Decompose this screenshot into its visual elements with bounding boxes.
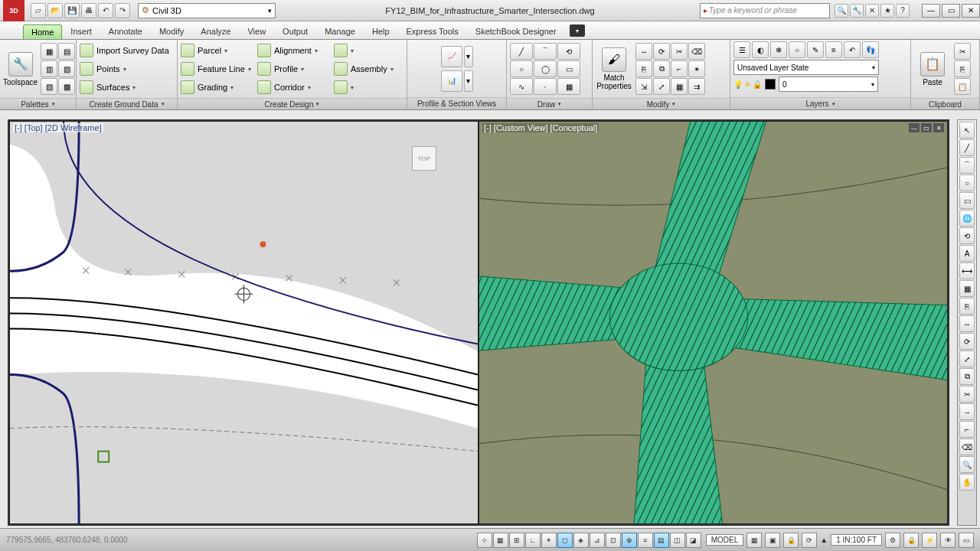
tool-scale-icon[interactable]: ⤢ xyxy=(959,350,975,367)
lwt-button[interactable]: ≡ xyxy=(638,533,653,548)
qp-button[interactable]: ◫ xyxy=(670,533,685,548)
quickview-drawings-icon[interactable]: ▣ xyxy=(765,533,780,548)
viewcube-face[interactable]: TOP xyxy=(412,146,436,171)
panel-modify-title[interactable]: Modify xyxy=(593,98,730,109)
assembly-button[interactable]: Assembly▾ xyxy=(332,60,401,78)
move-button[interactable]: ↔ xyxy=(635,43,652,60)
tool-erase-icon[interactable]: ⌫ xyxy=(959,439,975,455)
toolbar-lock-icon[interactable]: 🔒 xyxy=(903,533,919,548)
mirror-button[interactable]: ⧉ xyxy=(653,60,670,77)
search-input[interactable]: Type a keyword or phrase xyxy=(700,3,830,18)
line-button[interactable]: ╱ xyxy=(510,43,533,60)
alignment-button[interactable]: Alignment▾ xyxy=(256,41,332,60)
qat-print-icon[interactable]: 🖶 xyxy=(81,3,96,18)
layer-make-button[interactable]: ✎ xyxy=(807,41,824,58)
quickview-layouts-icon[interactable]: ▦ xyxy=(746,533,762,548)
layer-match-button[interactable]: ≡ xyxy=(825,41,842,58)
tool-trim-icon[interactable]: ✂ xyxy=(959,386,975,403)
layer-prev-button[interactable]: ↶ xyxy=(844,41,861,58)
qat-new-icon[interactable]: ▱ xyxy=(31,3,46,18)
tool-globe-icon[interactable]: 🌐 xyxy=(959,210,975,227)
tab-sketchbook[interactable]: SketchBook Designer xyxy=(467,24,565,39)
viewport-2d-label[interactable]: [-] [Top] [2D Wireframe] xyxy=(13,123,103,132)
intersection-button[interactable]: ▾ xyxy=(332,41,401,60)
explode-button[interactable]: ✴ xyxy=(688,60,705,77)
maximize-button[interactable]: ▭ xyxy=(942,4,960,18)
toolspace-button[interactable]: 🔧 Toolspace xyxy=(2,41,39,96)
profile-view-button[interactable]: 📈 xyxy=(441,46,462,67)
hatch-button[interactable]: ▦ xyxy=(557,78,580,95)
vp-max-icon[interactable]: ▭ xyxy=(921,123,932,132)
points-button[interactable]: Points▾ xyxy=(78,60,175,78)
tool-mirror-icon[interactable]: ⧉ xyxy=(959,368,975,385)
osnap-button[interactable]: ◻ xyxy=(557,533,573,548)
workspace-switch-icon[interactable]: ⚙ xyxy=(885,533,900,548)
tool-polyline-icon[interactable]: ⟲ xyxy=(959,227,975,244)
tool-arc-icon[interactable]: ⌒ xyxy=(959,157,975,174)
palette-btn-1[interactable]: ▦ xyxy=(41,43,57,60)
fillet-button[interactable]: ⌐ xyxy=(671,60,688,77)
pipenetwork-button[interactable]: ▾ xyxy=(332,78,401,96)
tool-pan-icon[interactable]: ✋ xyxy=(959,474,975,491)
viewport-3d[interactable]: [-] [Custom View] [Conceptual] — ▭ ✕ xyxy=(479,121,948,524)
offset-button[interactable]: ⇉ xyxy=(688,78,705,95)
point-button[interactable]: · xyxy=(534,78,557,95)
panel-draw-title[interactable]: Draw xyxy=(507,98,592,109)
panel-palettes-title[interactable]: Palettes xyxy=(0,98,76,109)
vp-min-icon[interactable]: — xyxy=(909,123,920,132)
layer-props-button[interactable]: ☰ xyxy=(733,41,750,58)
exchange-icon[interactable]: ✕ xyxy=(865,4,879,18)
rect-button[interactable]: ▭ xyxy=(557,60,580,77)
tool-fillet-icon[interactable]: ⌐ xyxy=(959,421,975,438)
ortho-button[interactable]: ∟ xyxy=(525,533,541,548)
layer-combo[interactable]: 0 xyxy=(779,77,878,92)
surfaces-button[interactable]: Surfaces▾ xyxy=(78,78,175,96)
tab-modify[interactable]: Modify xyxy=(151,24,192,39)
tool-dim-icon[interactable]: ⟷ xyxy=(959,262,975,279)
panel-ground-title[interactable]: Create Ground Data xyxy=(77,98,177,109)
copy-clip-button[interactable]: ⎘ xyxy=(954,60,971,77)
snap-button[interactable]: ▦ xyxy=(493,533,508,548)
panel-layers-title[interactable]: Layers xyxy=(730,97,910,109)
tool-move-icon[interactable]: ↔ xyxy=(959,315,975,332)
layer-walk-button[interactable]: 👣 xyxy=(862,41,879,58)
trim-button[interactable]: ✂ xyxy=(671,43,688,60)
erase-button[interactable]: ⌫ xyxy=(688,43,705,60)
tab-express[interactable]: Express Tools xyxy=(398,24,467,39)
qat-undo-icon[interactable]: ↶ xyxy=(98,3,113,18)
annoscale-lock-icon[interactable]: 🔒 xyxy=(783,533,799,548)
corridor-button[interactable]: Corridor▾ xyxy=(256,78,332,96)
tool-rotate-icon[interactable]: ⟳ xyxy=(959,333,975,350)
minimize-button[interactable]: — xyxy=(922,4,940,18)
tool-rect-icon[interactable]: ▭ xyxy=(959,192,975,209)
palette-btn-2[interactable]: ▤ xyxy=(58,43,75,60)
app-icon[interactable]: 3D xyxy=(3,0,24,21)
profile-button[interactable]: Profile▾ xyxy=(256,60,332,78)
tool-line-icon[interactable]: ╱ xyxy=(959,139,975,156)
paste-special-button[interactable]: 📋 xyxy=(954,78,971,95)
ellipse-button[interactable]: ◯ xyxy=(534,60,557,77)
tab-manage[interactable]: Manage xyxy=(316,24,364,39)
tab-home[interactable]: Home xyxy=(23,24,62,39)
tab-annotate[interactable]: Annotate xyxy=(100,24,151,39)
grid-button[interactable]: ⊞ xyxy=(509,533,524,548)
polar-button[interactable]: ✴ xyxy=(541,533,557,548)
parcel-button[interactable]: Parcel▾ xyxy=(179,41,256,60)
scale-triangle-icon[interactable]: ▲ xyxy=(820,536,828,544)
qat-open-icon[interactable]: 📂 xyxy=(47,3,63,18)
model-space-button[interactable]: MODEL xyxy=(706,534,744,546)
panel-design-title[interactable]: Create Design xyxy=(178,98,407,109)
close-button[interactable]: ✕ xyxy=(962,4,980,18)
tool-circle-icon[interactable]: ○ xyxy=(959,174,975,191)
tool-hatch-icon[interactable]: ▦ xyxy=(959,280,975,297)
tab-output[interactable]: Output xyxy=(274,24,316,39)
rotate-button[interactable]: ⟳ xyxy=(653,43,670,60)
dyn-button[interactable]: ⊕ xyxy=(622,533,637,548)
import-survey-button[interactable]: Import Survey Data xyxy=(78,41,175,60)
palette-btn-5[interactable]: ▨ xyxy=(41,78,57,95)
ducs-button[interactable]: ⊡ xyxy=(606,533,621,548)
polyline-button[interactable]: ⟲ xyxy=(557,43,580,60)
section-view-button[interactable]: 📊 xyxy=(441,70,462,92)
star-icon[interactable]: ★ xyxy=(880,4,894,18)
tool-copy-icon[interactable]: ⎘ xyxy=(959,298,975,315)
